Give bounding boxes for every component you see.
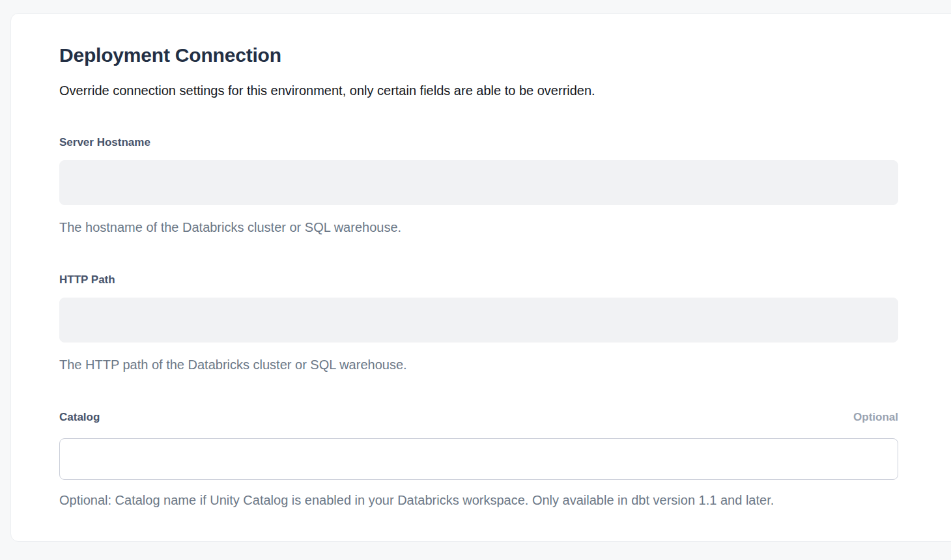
catalog-input[interactable] — [59, 438, 898, 480]
http-path-label: HTTP Path — [59, 273, 115, 287]
field-catalog: Catalog Optional Optional: Catalog name … — [59, 410, 898, 509]
http-path-helper: The HTTP path of the Databricks cluster … — [59, 356, 898, 373]
http-path-input — [59, 298, 898, 343]
page-title: Deployment Connection — [59, 43, 898, 68]
catalog-label: Catalog — [59, 410, 100, 425]
server-hostname-helper: The hostname of the Databricks cluster o… — [59, 219, 898, 236]
catalog-helper: Optional: Catalog name if Unity Catalog … — [59, 492, 898, 509]
page-subtitle: Override connection settings for this en… — [59, 82, 898, 99]
card-content: Deployment Connection Override connectio… — [59, 43, 898, 509]
server-hostname-input — [59, 160, 898, 205]
catalog-optional-badge: Optional — [853, 410, 898, 425]
catalog-label-row: Catalog Optional — [59, 410, 898, 425]
deployment-connection-card: Deployment Connection Override connectio… — [10, 13, 951, 542]
http-path-label-row: HTTP Path — [59, 273, 898, 287]
server-hostname-label: Server Hostname — [59, 135, 150, 150]
field-server-hostname: Server Hostname The hostname of the Data… — [59, 135, 898, 236]
server-hostname-label-row: Server Hostname — [59, 135, 898, 150]
page-background: Deployment Connection Override connectio… — [0, 0, 951, 560]
field-http-path: HTTP Path The HTTP path of the Databrick… — [59, 273, 898, 373]
